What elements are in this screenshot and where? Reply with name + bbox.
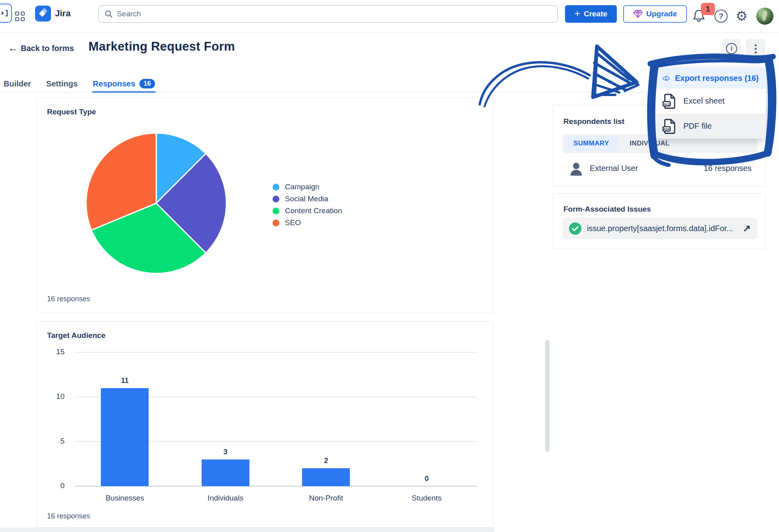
legend-item: SEO	[273, 218, 342, 227]
pie-response-count: 16 responses	[47, 295, 90, 303]
upgrade-button[interactable]: Upgrade	[623, 5, 687, 23]
associated-issue-link[interactable]: issue.property[saasjet.forms.data].idFor…	[563, 218, 757, 239]
search-input[interactable]	[117, 10, 552, 18]
kebab-icon	[755, 44, 757, 53]
export-option-label: Excel sheet	[683, 96, 724, 106]
legend-item: Social Media	[273, 194, 342, 203]
arrow-head-scribble	[593, 46, 638, 97]
premium-gem-icon	[633, 10, 643, 18]
person-icon	[568, 161, 584, 177]
notification-badge: 1	[701, 3, 715, 15]
legend-marker	[273, 196, 279, 202]
export-option-pdf-file[interactable]: PDF PDF file	[655, 114, 766, 139]
external-link-icon: ↗	[743, 223, 751, 234]
sidebar-expand-icon	[0, 9, 9, 18]
x-axis-category-label: Individuals	[182, 494, 269, 503]
bar-businesses	[101, 388, 149, 486]
svg-text:XLS: XLS	[664, 102, 670, 106]
info-icon: i	[726, 43, 737, 54]
check-circle-icon	[569, 222, 581, 235]
tab-label: Settings	[46, 79, 78, 88]
gridline-y-15	[75, 352, 477, 353]
app-name: Jira	[55, 8, 71, 19]
tab-label: Responses	[93, 79, 135, 88]
x-axis-category-label: Students	[383, 494, 471, 503]
back-to-forms-link[interactable]: Back to forms	[21, 44, 74, 53]
bottom-scroll-track	[0, 528, 494, 532]
export-dropdown-menu: Export responses (16) XLS Excel sheet PD…	[655, 68, 766, 139]
y-axis-tick-label: 0	[40, 481, 65, 490]
x-axis-category-label: Businesses	[81, 494, 169, 503]
legend-item: Content Creation	[273, 206, 342, 215]
pie-legend: CampaignSocial MediaContent CreationSEO	[273, 183, 342, 227]
legend-label: Social Media	[285, 194, 328, 203]
y-axis-tick-label: 15	[40, 347, 65, 356]
bar-value-label: 2	[302, 457, 350, 465]
more-actions-button[interactable]	[746, 39, 765, 58]
bar-response-count: 16 responses	[47, 512, 90, 520]
legend-label: Content Creation	[285, 206, 342, 215]
y-axis-tick-label: 5	[40, 437, 65, 446]
pie-chart-title: Request Type	[47, 108, 96, 116]
bar-individuals	[202, 459, 249, 486]
respondents-tab-summary[interactable]: SUMMARY	[565, 136, 618, 151]
request-type-card: Request Type CampaignSocial MediaContent…	[36, 98, 494, 312]
form-info-button[interactable]: i	[722, 39, 741, 58]
export-responses-menu-header[interactable]: Export responses (16)	[655, 68, 766, 88]
form-tabs: BuilderSettingsResponses16	[3, 75, 156, 92]
settings-gear-button[interactable]: ⚙	[736, 8, 748, 24]
jira-logo[interactable]	[35, 6, 51, 22]
issues-title: Form-Associated Issues	[563, 205, 651, 214]
search-icon	[104, 10, 113, 18]
y-axis-tick-label: 10	[40, 392, 65, 401]
tab-responses[interactable]: Responses16	[92, 75, 156, 92]
tab-settings[interactable]: Settings	[45, 75, 78, 92]
legend-label: SEO	[285, 218, 301, 227]
sidebar-expand-button[interactable]	[0, 4, 12, 23]
respondent-response-count: 16 responses	[704, 164, 752, 173]
request-type-pie-chart	[85, 132, 228, 275]
gear-icon: ⚙	[736, 8, 748, 24]
question-icon: ?	[719, 12, 724, 21]
respondents-title: Respondents list	[563, 117, 624, 126]
respondent-name: External User	[590, 164, 638, 173]
arrow-tail	[480, 62, 590, 106]
top-navigation-bar: Jira + Create Upgrade 1 ? ⚙	[0, 0, 779, 33]
vertical-scrollbar[interactable]	[545, 340, 549, 452]
cloud-download-icon	[663, 73, 670, 84]
tab-label: Builder	[4, 79, 31, 88]
bar-value-label: 11	[101, 377, 149, 385]
create-button[interactable]: + Create	[565, 5, 617, 23]
jira-mark-icon	[38, 8, 48, 19]
target-audience-bar-chart: 15105011Businesses3Individuals2Non-Profi…	[37, 322, 494, 528]
xls-file-icon: XLS	[662, 93, 677, 110]
app-switcher-icon[interactable]	[15, 12, 25, 21]
bar-non-profit	[302, 468, 350, 486]
x-axis-category-label: Non-Profit	[282, 494, 370, 503]
export-option-excel-sheet[interactable]: XLS Excel sheet	[655, 88, 766, 114]
legend-label: Campaign	[285, 183, 320, 191]
global-search[interactable]	[98, 5, 558, 23]
form-associated-issues-card: Form-Associated Issues issue.property[sa…	[553, 193, 766, 249]
legend-marker	[273, 184, 279, 190]
legend-item: Campaign	[273, 183, 342, 191]
notifications-button[interactable]: 1	[692, 8, 708, 26]
back-arrow-icon[interactable]: ←	[8, 42, 18, 54]
bar-value-label: 3	[202, 448, 249, 456]
svg-text:PDF: PDF	[664, 127, 670, 131]
tab-builder[interactable]: Builder	[3, 75, 32, 92]
legend-marker	[273, 208, 279, 214]
target-audience-card: Target Audience 15105011Businesses3Indiv…	[36, 321, 494, 528]
plus-icon: +	[575, 8, 580, 19]
pdf-file-icon: PDF	[662, 118, 677, 135]
bar-value-label: 0	[403, 475, 451, 483]
legend-marker	[273, 220, 279, 226]
user-avatar[interactable]	[756, 8, 773, 25]
issue-property-text: issue.property[saasjet.forms.data].idFor…	[587, 224, 737, 233]
export-option-label: PDF file	[683, 122, 712, 131]
help-button[interactable]: ?	[714, 10, 728, 23]
page-title: Marketing Request Form	[88, 39, 235, 54]
responses-count-badge: 16	[139, 79, 155, 88]
